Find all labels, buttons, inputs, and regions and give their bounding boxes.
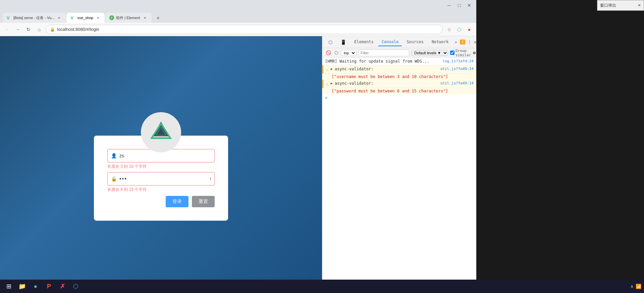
console-toolbar: 🚫 ⬡ top Default levels ▼ Group similar ⚙: [322, 48, 476, 58]
close-browser-button[interactable]: ✕: [465, 1, 474, 10]
taskbar-start-button[interactable]: ⊞: [3, 280, 15, 292]
tab-title-2: vue_shop: [77, 16, 93, 20]
devtools-close-icon[interactable]: ✕: [474, 40, 476, 45]
tab-favicon-2: V: [70, 15, 75, 20]
minimize-button[interactable]: ─: [445, 1, 453, 10]
reset-button[interactable]: 重置: [192, 196, 215, 207]
taskbar-files-button[interactable]: 📁: [16, 280, 28, 292]
devtools-toolbar-right: 2 ⋮ ✕: [460, 40, 476, 45]
devtools-panel: ⬡ 📱 Elements Console Sources Network » 2…: [322, 36, 476, 293]
new-tab-button[interactable]: +: [154, 13, 163, 23]
password-form-group: 🔒 I 长度在 6 到 15 个字符: [107, 172, 215, 193]
console-warning-link-2[interactable]: util.js?fa49:14: [440, 81, 474, 85]
maximize-button[interactable]: □: [455, 1, 464, 10]
devtools-tab-elements[interactable]: Elements: [351, 38, 377, 46]
console-context-select[interactable]: top: [341, 50, 356, 56]
toolbar-actions: ☆ ⬡ ●: [445, 25, 474, 34]
console-output: [HMR] Waiting for update signal from WDS…: [322, 58, 476, 293]
password-input[interactable]: [119, 176, 210, 182]
login-card: 👤 长度在 3 到 10 个字符 🔒 I 长度在 6 到 15 个字符: [94, 136, 228, 221]
tab-title-3: 组件 | Element: [116, 15, 140, 20]
browser-menu-button[interactable]: ⬡: [455, 25, 464, 34]
lock-input-icon: 🔒: [111, 176, 117, 181]
devtools-warning-badge: 2: [460, 40, 466, 45]
console-warning-text-2: async-validator:: [335, 81, 438, 86]
user-icon: 👤: [111, 153, 117, 158]
console-filter-icon[interactable]: ⬡: [334, 50, 339, 56]
vue-logo-wrapper: [141, 112, 181, 152]
title-bar: ─ □ ✕: [0, 0, 476, 11]
console-entry-warning-1: ⚠ ▶ async-validator: util.js?fa49:14 ["u…: [322, 65, 476, 80]
taskbar-chevron-icon[interactable]: ∧: [630, 284, 634, 289]
vue-login-page: 👤 长度在 3 到 10 个字符 🔒 I 长度在 6 到 15 个字符: [0, 36, 322, 293]
warning-icon-2: ⚠: [326, 81, 329, 86]
devtools-tab-console[interactable]: Console: [378, 38, 402, 46]
console-filter-input[interactable]: [358, 50, 409, 56]
login-button[interactable]: 登录: [166, 196, 189, 207]
console-warning-text-1: async-validator:: [335, 67, 438, 71]
taskbar-powerpoint-button[interactable]: P: [43, 280, 55, 292]
bookmark-button[interactable]: ☆: [445, 25, 453, 34]
vue-logo-icon: [148, 119, 174, 146]
tab-favicon-1: V: [7, 15, 11, 20]
console-warning-link-1[interactable]: util.js?fa49:14: [440, 67, 474, 71]
lock-icon: 🔒: [50, 27, 55, 32]
taskbar-chrome-button[interactable]: ●: [30, 280, 42, 292]
console-entry-warning-2: ⚠ ▶ async-validator: util.js?fa49:14 ["p…: [322, 80, 476, 94]
console-level-select[interactable]: Default levels ▼: [411, 50, 448, 56]
console-warning-row-2: ⚠ ▶ async-validator: util.js?fa49:14: [322, 80, 476, 88]
devtools-tab-inspect[interactable]: ⬡: [325, 38, 336, 46]
devtools-more-tabs[interactable]: »: [453, 39, 459, 46]
taskbar: ⊞ 📁 ● P ✗ ⬡ ∧ 📶: [0, 280, 644, 293]
popup-window: 窗口弹出 ✕: [597, 0, 644, 11]
username-input[interactable]: [119, 153, 211, 158]
home-button[interactable]: ⌂: [35, 25, 44, 34]
username-error-msg: 长度在 3 到 10 个字符: [107, 164, 215, 169]
settings-button[interactable]: ●: [465, 25, 474, 34]
tab-beta-serve[interactable]: V [Beta] serve - 任务 - Vu... ✕: [3, 13, 66, 23]
tab-title-1: [Beta] serve - 任务 - Vu...: [13, 15, 54, 20]
tab-close-3[interactable]: ✕: [142, 15, 148, 20]
devtools-tab-network[interactable]: Network: [428, 38, 452, 46]
taskbar-vscode-button[interactable]: ⬡: [70, 280, 82, 292]
form-buttons: 登录 重置: [107, 196, 215, 207]
password-input-wrapper[interactable]: 🔒 I: [107, 172, 215, 186]
tab-bar: V [Beta] serve - 任务 - Vu... ✕ V vue_shop…: [0, 11, 476, 23]
devtools-tab-sources[interactable]: Sources: [403, 38, 427, 46]
tab-favicon-3: E: [109, 15, 114, 20]
tab-vue-shop[interactable]: V vue_shop ✕: [66, 13, 105, 23]
popup-title: 窗口弹出: [600, 3, 616, 8]
back-button[interactable]: ←: [3, 25, 11, 34]
content-area: 👤 长度在 3 到 10 个字符 🔒 I 长度在 6 到 15 个字符: [0, 36, 476, 293]
group-similar-label[interactable]: Group similar: [450, 49, 471, 57]
console-entry-hmr: [HMR] Waiting for update signal from WDS…: [322, 58, 476, 65]
console-settings-icon[interactable]: ⚙: [473, 50, 476, 55]
browser-toolbar: ← → ↻ ⌂ 🔒 localhost:8080/#/login ☆ ⬡ ●: [0, 23, 476, 36]
taskbar-x-button[interactable]: ✗: [56, 280, 68, 292]
devtools-tab-mobile[interactable]: 📱: [337, 38, 350, 46]
address-text: localhost:8080/#/login: [57, 27, 438, 32]
taskbar-network-icon[interactable]: 📶: [636, 284, 641, 289]
popup-close-button[interactable]: ✕: [638, 3, 641, 8]
reload-button[interactable]: ↻: [24, 25, 33, 34]
taskbar-right: ∧ 📶: [630, 284, 641, 289]
warning-icon-1: ⚠: [326, 67, 329, 72]
forward-button[interactable]: →: [13, 25, 22, 34]
tab-close-2[interactable]: ✕: [95, 15, 101, 20]
console-warning-sub-2: ["password must be between 6 and 15 char…: [322, 88, 476, 94]
console-clear-icon[interactable]: 🚫: [325, 50, 332, 56]
address-bar[interactable]: 🔒 localhost:8080/#/login: [46, 25, 443, 34]
devtools-settings-icon[interactable]: ⋮: [467, 40, 472, 45]
group-similar-checkbox[interactable]: [450, 51, 454, 55]
browser-window: ─ □ ✕ V [Beta] serve - 任务 - Vu... ✕ V vu…: [0, 0, 476, 293]
console-hmr-link[interactable]: log.js?1afd:24: [442, 59, 474, 63]
expand-icon-1[interactable]: ▶: [331, 67, 333, 71]
devtools-tab-bar: ⬡ 📱 Elements Console Sources Network » 2…: [322, 36, 476, 48]
tab-element[interactable]: E 组件 | Element ✕: [105, 13, 151, 23]
console-warning-row-1: ⚠ ▶ async-validator: util.js?fa49:14: [322, 65, 476, 74]
password-error-msg: 长度在 6 到 15 个字符: [107, 187, 215, 193]
tab-close-1[interactable]: ✕: [56, 15, 62, 20]
expand-icon-2[interactable]: ▶: [331, 81, 333, 85]
console-hmr-text: [HMR] Waiting for update signal from WDS…: [325, 59, 440, 64]
console-prompt[interactable]: >: [322, 94, 476, 101]
